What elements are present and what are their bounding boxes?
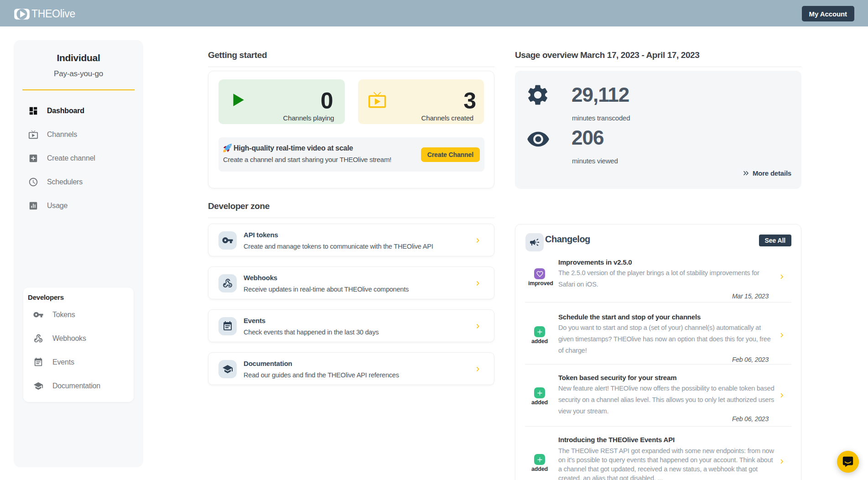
intercom-chat-button[interactable] — [837, 451, 859, 473]
plus-icon — [534, 326, 545, 337]
brand-name: THEOlive — [31, 8, 75, 20]
card-title: Documentation — [244, 360, 292, 367]
webhooks-card[interactable]: Webhooks Receive updates in real-time ab… — [208, 266, 494, 299]
calendar-icon — [218, 317, 237, 335]
sidebar-item-schedulers[interactable]: Schedulers — [14, 170, 143, 194]
org-plan: Pay-as-you-go — [14, 69, 143, 78]
main-column-left: Getting started 0 Channels playing 3 Cha… — [208, 26, 494, 385]
api-tokens-card[interactable]: API tokens Create and manage tokens to c… — [208, 224, 494, 256]
my-account-button[interactable]: My Account — [802, 6, 854, 21]
changelog-card: Changelog See All improved Improvements … — [515, 224, 801, 480]
channels-playing-label: Channels playing — [283, 114, 334, 122]
card-title: API tokens — [244, 231, 278, 239]
changelog-entry[interactable]: improved Improvements in v2.5.0 The 2.5.… — [515, 247, 801, 302]
plus-icon — [534, 454, 545, 465]
section-divider — [515, 67, 801, 67]
badge-label: added — [528, 338, 551, 344]
developers-list: Tokens Webhooks Events Documentation — [23, 303, 134, 398]
entry-description: The 2.5.0 version of the player brings a… — [558, 267, 776, 290]
developers-panel: Developers Tokens Webhooks Events — [23, 287, 134, 402]
usage-overview-card: 29,112 minutes transcoded 206 minutes vi… — [515, 71, 801, 189]
bar-chart-icon — [28, 201, 38, 211]
minutes-viewed-label: minutes viewed — [572, 157, 618, 165]
org-name: Individual — [14, 52, 143, 63]
sidebar-item-events[interactable]: Events — [23, 350, 134, 374]
minutes-viewed-value: 206 — [572, 128, 603, 148]
badge-label: improved — [528, 280, 551, 287]
promo-description: Create a channel and start sharing your … — [223, 156, 391, 163]
channels-created-label: Channels created — [421, 114, 473, 122]
section-divider — [208, 218, 494, 218]
school-icon — [218, 360, 237, 378]
card-description: Receive updates in real-time about THEOl… — [244, 286, 409, 293]
app-header: THEOlive My Account — [0, 0, 868, 26]
entry-title: Introducing the THEOlive Events API — [558, 435, 775, 444]
chevron-right-icon — [473, 365, 483, 374]
play-icon — [233, 93, 244, 107]
changelog-entry[interactable]: added Introducing the THEOlive Events AP… — [515, 427, 801, 480]
card-title: Webhooks — [244, 274, 277, 282]
entry-date: Feb 06, 2023 — [732, 356, 769, 363]
events-card[interactable]: Events Check events that happened in the… — [208, 309, 494, 342]
rocket-icon — [223, 144, 232, 152]
sidebar-item-channels[interactable]: Channels — [14, 123, 143, 146]
channels-playing-value: 0 — [321, 89, 333, 112]
webhook-icon — [218, 274, 237, 292]
channels-playing-stat: 0 Channels playing — [218, 79, 345, 124]
sidebar: Individual Pay-as-you-go Dashboard Chann… — [14, 40, 143, 467]
developer-zone-title: Developer zone — [208, 201, 494, 211]
channels-created-value: 3 — [463, 89, 476, 112]
developers-title: Developers — [28, 293, 134, 301]
badge-label: added — [528, 399, 551, 406]
live-tv-icon — [368, 90, 387, 110]
key-icon — [33, 310, 43, 320]
card-description: Create and manage tokens to communicate … — [244, 243, 433, 250]
entry-title: Schedule the start and stop of your chan… — [558, 313, 775, 322]
sidebar-item-dashboard[interactable]: Dashboard — [14, 99, 143, 123]
double-chevron-icon — [742, 169, 750, 177]
getting-started-title: Getting started — [208, 50, 494, 60]
entry-title: Improvements in v2.5.0 — [558, 258, 775, 267]
entry-badge: added — [528, 326, 551, 344]
entry-description: The THEOlive REST API got expanded with … — [558, 446, 776, 480]
entry-badge: added — [528, 387, 551, 406]
create-channel-promo: High-quality real-time video at scale Cr… — [218, 137, 484, 172]
promo-title-row: High-quality real-time video at scale — [223, 144, 353, 152]
documentation-card[interactable]: Documentation Read our guides and find t… — [208, 352, 494, 385]
school-icon — [33, 381, 43, 391]
live-tv-icon — [28, 130, 38, 140]
chevron-right-icon — [778, 457, 786, 466]
entry-badge: added — [528, 454, 551, 472]
chevron-right-icon — [473, 236, 483, 245]
entry-title: Token based security for your stream — [558, 373, 775, 382]
chevron-right-icon — [778, 391, 786, 400]
webhook-icon — [33, 334, 43, 344]
see-all-button[interactable]: See All — [759, 235, 791, 246]
dashboard-icon — [28, 106, 38, 116]
main-column-right: Usage overview March 17, 2023 - April 17… — [515, 26, 801, 480]
card-description: Check events that happened in the last 3… — [244, 329, 379, 336]
theolive-logo-icon — [14, 9, 30, 20]
changelog-entry[interactable]: added Schedule the start and stop of you… — [515, 303, 801, 364]
entry-date: Feb 06, 2023 — [732, 415, 769, 423]
sidebar-item-usage[interactable]: Usage — [14, 194, 143, 218]
card-title: Events — [244, 317, 265, 324]
create-channel-button[interactable]: Create Channel — [421, 147, 480, 162]
sidebar-item-webhooks[interactable]: Webhooks — [23, 327, 134, 350]
sidebar-item-tokens[interactable]: Tokens — [23, 303, 134, 327]
sidebar-item-create-channel[interactable]: Create channel — [14, 146, 143, 170]
card-description: Read our guides and find the THEOlive AP… — [244, 371, 399, 379]
brand-logo[interactable]: THEOlive — [14, 8, 75, 20]
chat-bubble-icon — [842, 456, 854, 468]
getting-started-card: 0 Channels playing 3 Channels created — [208, 71, 494, 188]
key-icon — [218, 231, 237, 250]
badge-label: added — [528, 466, 551, 472]
more-details-link[interactable]: More details — [742, 169, 791, 177]
changelog-entry[interactable]: added Token based security for your stre… — [515, 365, 801, 426]
sidebar-item-documentation[interactable]: Documentation — [23, 374, 134, 398]
eye-icon — [526, 127, 550, 151]
entry-date: Mar 15, 2023 — [732, 292, 769, 300]
plus-icon — [534, 387, 545, 398]
chevron-right-icon — [473, 279, 483, 288]
clock-icon — [28, 177, 38, 187]
